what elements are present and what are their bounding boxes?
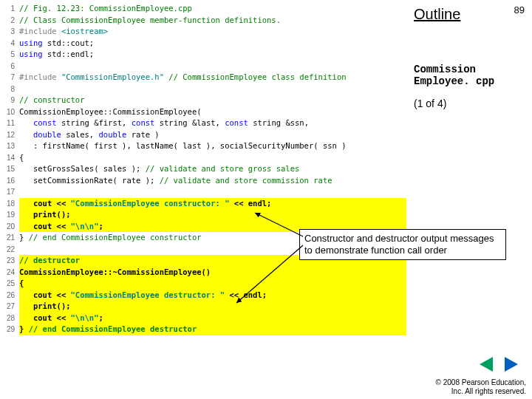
line-number: 13 — [3, 140, 19, 152]
code-line: 6 — [3, 61, 406, 72]
line-number: 22 — [3, 244, 19, 256]
line-number: 16 — [3, 175, 19, 187]
code-line: 11 const string &first, const string &la… — [3, 117, 406, 129]
prev-slide-button[interactable] — [476, 356, 497, 372]
code-line: 5using std::endl; — [3, 49, 406, 61]
copyright-line2: Inc. All rights reserved. — [451, 387, 526, 395]
code-line: 12 double sales, double rate ) — [3, 129, 406, 141]
line-number: 24 — [3, 267, 19, 279]
code-content: cout << "CommissionEmployee destructor: … — [19, 290, 406, 301]
line-number: 29 — [3, 324, 19, 335]
code-content: print(); — [19, 301, 406, 313]
annotation-callout: Constructor and destructor output messag… — [299, 229, 506, 260]
code-content: #include <iostream> — [19, 26, 406, 38]
code-line: 26 cout << "CommissionEmployee destructo… — [3, 290, 406, 301]
line-number: 27 — [3, 301, 19, 313]
code-line: 4using std::cout; — [3, 38, 406, 50]
line-number: 9 — [3, 95, 19, 106]
code-line: 29} // end CommissionEmployee destructor — [3, 324, 406, 335]
code-content: setGrossSales( sales ); // validate and … — [19, 163, 406, 175]
code-content: : firstName( first ), lastName( last ), … — [19, 140, 406, 152]
code-line: 25{ — [3, 278, 406, 290]
file-name-line2: Employee. cpp — [414, 75, 494, 87]
code-line: 1// Fig. 12.23: CommissionEmployee.cpp — [3, 3, 406, 15]
code-content: print(); — [19, 209, 406, 221]
page-number: 89 — [514, 4, 525, 16]
code-line: 3#include <iostream> — [3, 26, 406, 38]
copyright-line1: © 2008 Pearson Education, — [436, 378, 526, 386]
line-number: 20 — [3, 221, 19, 233]
outline-heading: Outline — [414, 6, 460, 23]
line-number: 6 — [3, 61, 19, 72]
code-line: 27 print(); — [3, 301, 406, 313]
code-line: 16 setCommissionRate( rate ); // validat… — [3, 175, 406, 187]
line-number: 5 — [3, 49, 19, 61]
code-line: 28 cout << "\n\n"; — [3, 313, 406, 324]
code-listing: 1// Fig. 12.23: CommissionEmployee.cpp2/… — [0, 0, 406, 335]
line-number: 1 — [3, 3, 19, 15]
line-number: 15 — [3, 163, 19, 175]
code-content: const string &first, const string &last,… — [19, 117, 406, 129]
line-number: 25 — [3, 278, 19, 290]
code-content: { — [19, 152, 406, 164]
code-content: // Fig. 12.23: CommissionEmployee.cpp — [19, 3, 406, 15]
code-content: { — [19, 278, 406, 290]
file-name-label: Commission Employee. cpp — [414, 64, 494, 87]
line-number: 28 — [3, 313, 19, 324]
code-content: using std::cout; — [19, 38, 406, 50]
code-content: double sales, double rate ) — [19, 129, 406, 141]
slide-nav — [476, 356, 522, 372]
line-number: 2 — [3, 15, 19, 27]
triangle-left-icon — [480, 357, 493, 372]
line-number: 7 — [3, 72, 19, 83]
code-line: 24CommissionEmployee::~CommissionEmploye… — [3, 267, 406, 279]
code-content: CommissionEmployee::CommissionEmployee( — [19, 106, 406, 118]
code-line: 2// Class CommissionEmployee member-func… — [3, 15, 406, 27]
code-line: 15 setGrossSales( sales ); // validate a… — [3, 163, 406, 175]
code-content: cout << "CommissionEmployee constructor:… — [19, 198, 406, 210]
code-content — [19, 83, 406, 95]
line-number: 10 — [3, 106, 19, 118]
triangle-right-icon — [505, 357, 518, 372]
code-line: 18 cout << "CommissionEmployee construct… — [3, 198, 406, 210]
copyright-text: © 2008 Pearson Education, Inc. All right… — [436, 378, 526, 396]
code-content — [19, 61, 406, 72]
code-line: 14{ — [3, 152, 406, 164]
code-content: #include "CommissionEmployee.h" // Commi… — [19, 72, 406, 83]
line-number: 14 — [3, 152, 19, 164]
code-line: 19 print(); — [3, 209, 406, 221]
code-content: // constructor — [19, 95, 406, 106]
code-line: 13 : firstName( first ), lastName( last … — [3, 140, 406, 152]
code-content: cout << "\n\n"; — [19, 313, 406, 324]
code-line: 10CommissionEmployee::CommissionEmployee… — [3, 106, 406, 118]
next-slide-button[interactable] — [501, 356, 522, 372]
line-number: 3 — [3, 26, 19, 38]
file-name-line1: Commission — [414, 64, 476, 75]
line-number: 26 — [3, 290, 19, 301]
part-label: (1 of 4) — [414, 98, 446, 109]
line-number: 11 — [3, 117, 19, 129]
code-content: using std::endl; — [19, 49, 406, 61]
code-content — [19, 186, 406, 198]
code-line: 17 — [3, 186, 406, 198]
code-line: 7#include "CommissionEmployee.h" // Comm… — [3, 72, 406, 83]
line-number: 21 — [3, 232, 19, 244]
code-content: // Class CommissionEmployee member-funct… — [19, 15, 406, 27]
line-number: 18 — [3, 198, 19, 210]
code-content: } // end CommissionEmployee destructor — [19, 324, 406, 335]
code-content: setCommissionRate( rate ); // validate a… — [19, 175, 406, 187]
code-line: 8 — [3, 83, 406, 95]
line-number: 8 — [3, 83, 19, 95]
line-number: 12 — [3, 129, 19, 141]
slide: 1// Fig. 12.23: CommissionEmployee.cpp2/… — [0, 0, 532, 399]
line-number: 4 — [3, 38, 19, 50]
code-content: CommissionEmployee::~CommissionEmployee(… — [19, 267, 406, 279]
code-line: 9// constructor — [3, 95, 406, 106]
line-number: 23 — [3, 255, 19, 267]
line-number: 19 — [3, 209, 19, 221]
line-number: 17 — [3, 186, 19, 198]
